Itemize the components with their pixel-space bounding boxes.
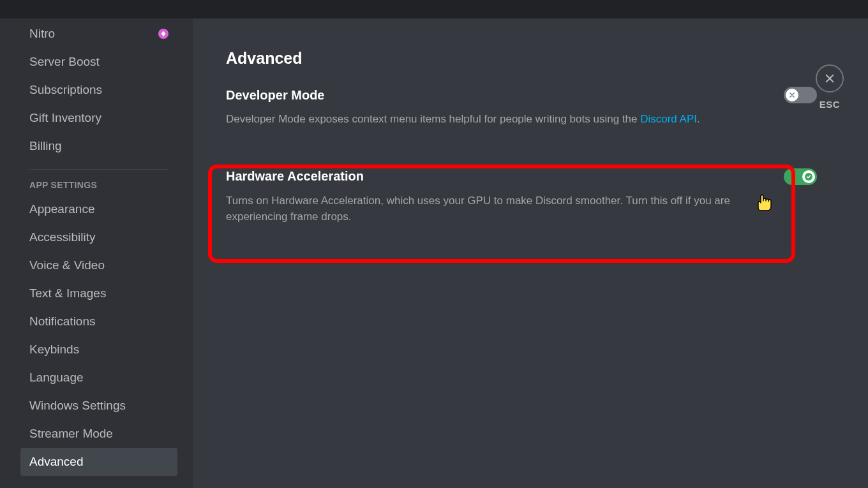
sidebar-section-header: APP SETTINGS [20,177,177,195]
desc-text: Developer Mode exposes context menu item… [226,113,640,125]
sidebar-item-windows-settings[interactable]: Windows Settings [20,392,177,420]
sidebar-item-language[interactable]: Language [20,364,177,392]
sidebar-item-streamer-mode[interactable]: Streamer Mode [20,420,177,448]
sidebar-item-label: Windows Settings [29,399,126,413]
sidebar-item-keybinds[interactable]: Keybinds [20,336,177,364]
sidebar-item-billing[interactable]: Billing [20,132,177,160]
esc-label: ESC [819,99,840,110]
page-title: Advanced [226,49,817,68]
sidebar-item-voice-video[interactable]: Voice & Video [20,251,177,279]
sidebar-item-gift-inventory[interactable]: Gift Inventory [20,104,177,132]
setting-title: Hardware Acceleration [226,169,364,184]
sidebar-item-label: Server Boost [29,55,100,69]
discord-api-link[interactable]: Discord API [640,113,697,125]
sidebar-item-subscriptions[interactable]: Subscriptions [20,76,177,104]
sidebar-item-notifications[interactable]: Notifications [20,307,177,336]
sidebar-item-advanced[interactable]: Advanced [20,448,177,476]
sidebar-item-appearance[interactable]: Appearance [20,195,177,223]
nitro-badge-icon [158,29,168,39]
sidebar-item-label: Nitro [29,27,55,41]
sidebar-item-text-images[interactable]: Text & Images [20,279,177,307]
setting-description: Developer Mode exposes context menu item… [226,111,737,128]
sidebar-item-label: Subscriptions [29,83,102,97]
sidebar-item-label: Advanced [29,455,84,469]
developer-mode-toggle[interactable] [784,87,817,103]
sidebar-item-label: Billing [29,139,62,153]
sidebar-item-label: Streamer Mode [29,427,113,441]
sidebar-item-label: Language [29,371,84,385]
sidebar-item-nitro[interactable]: Nitro [20,20,177,48]
sidebar-item-accessibility[interactable]: Accessibility [20,223,177,251]
sidebar-item-label: Notifications [29,314,96,329]
sidebar-item-label: Keybinds [29,343,79,357]
toggle-knob [802,170,815,183]
close-icon [824,73,835,84]
sidebar-item-label: Voice & Video [29,258,105,272]
setting-developer-mode: Developer Mode Developer Mode exposes co… [226,87,817,145]
sidebar-item-server-boost[interactable]: Server Boost [20,48,177,76]
settings-content: Advanced Developer Mode Developer Mode e… [193,18,868,488]
settings-sidebar: Nitro Server Boost Subscriptions Gift In… [0,18,193,488]
sidebar-item-label: Appearance [29,202,94,216]
window-titlebar [0,0,868,18]
sidebar-separator [29,169,168,170]
sidebar-item-label: Gift Inventory [29,111,101,125]
toggle-knob [786,89,798,101]
close-settings-button[interactable] [816,64,844,92]
setting-description: Turns on Hardware Acceleration, which us… [226,193,737,225]
setting-title: Developer Mode [226,88,324,103]
sidebar-item-label: Accessibility [29,230,95,244]
setting-hardware-acceleration: Hardware Acceleration Turns on Hardware … [226,159,817,243]
hardware-acceleration-toggle[interactable] [784,168,817,185]
desc-text: . [697,113,700,125]
sidebar-item-label: Text & Images [29,286,106,300]
